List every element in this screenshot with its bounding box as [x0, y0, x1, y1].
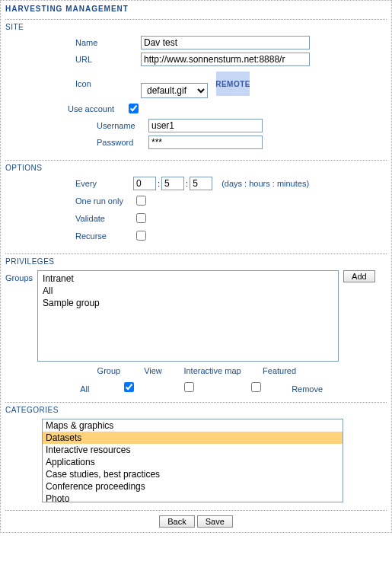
list-item[interactable]: Maps & graphics [43, 419, 343, 432]
privileges-header: Group View Interactive map Featured [5, 366, 387, 375]
icon-label: Icon [75, 79, 141, 88]
recurse-checkbox[interactable] [136, 231, 146, 241]
every-hours-input[interactable] [161, 177, 184, 190]
groups-label: Groups [5, 270, 33, 282]
icon-preview: REMOTE [216, 72, 250, 96]
priv-map-checkbox[interactable] [184, 382, 194, 392]
page-title: HARVESTING MANAGEMENT [5, 3, 387, 19]
name-label: Name [75, 38, 141, 47]
icon-select[interactable]: default.gif [141, 83, 208, 98]
save-button[interactable]: Save [197, 515, 233, 528]
username-label: Username [97, 121, 148, 130]
priv-view-checkbox[interactable] [124, 382, 134, 392]
priv-remove-link[interactable]: Remove [285, 384, 330, 394]
use-account-checkbox[interactable] [129, 104, 139, 113]
list-item[interactable]: Interactive resources [43, 444, 343, 456]
col-map: Interactive map [174, 366, 250, 375]
section-privileges-label: PRIVILEGES [5, 257, 387, 266]
priv-featured-checkbox[interactable] [251, 382, 261, 392]
password-input[interactable] [148, 136, 263, 149]
validate-label: Validate [75, 214, 133, 223]
list-item[interactable]: Intranet [40, 273, 336, 285]
url-input[interactable] [141, 53, 310, 66]
list-item[interactable]: Sample group [40, 297, 336, 309]
section-privileges: PRIVILEGES Groups IntranetAllSample grou… [5, 254, 387, 402]
privileges-row-all: All Remove [5, 380, 387, 394]
list-item[interactable]: Conference proceedings [43, 480, 343, 493]
url-label: URL [75, 55, 141, 64]
priv-row-group: All [62, 384, 107, 394]
name-input[interactable] [141, 36, 310, 49]
use-account-label: Use account [68, 104, 126, 113]
every-days-input[interactable] [133, 177, 156, 190]
section-categories: CATEGORIES Maps & graphicsDatasetsIntera… [5, 402, 387, 510]
list-item[interactable]: Datasets [43, 432, 343, 444]
add-button[interactable]: Add [343, 270, 375, 282]
back-button[interactable]: Back [159, 515, 194, 528]
col-view: View [134, 366, 172, 375]
every-minutes-input[interactable] [190, 177, 212, 190]
list-item[interactable]: Photo [43, 493, 343, 502]
categories-listbox[interactable]: Maps & graphicsDatasetsInteractive resou… [42, 419, 343, 502]
list-item[interactable]: All [40, 285, 336, 297]
section-categories-label: CATEGORIES [5, 406, 387, 414]
section-options-label: OPTIONS [5, 164, 387, 172]
one-run-checkbox[interactable] [136, 196, 146, 206]
section-options: OPTIONS Every : : (days : hours : minute… [5, 160, 387, 254]
username-input[interactable] [148, 119, 263, 132]
password-label: Password [97, 138, 148, 147]
groups-listbox[interactable]: IntranetAllSample group [37, 270, 339, 362]
section-site: SITE Name URL Icon default.gif REMOTE [5, 19, 387, 160]
bottom-bar: Back Save [5, 510, 387, 528]
one-run-label: One run only [75, 196, 133, 206]
col-group: Group [86, 366, 132, 375]
every-label: Every [75, 179, 133, 188]
every-format-hint: (days : hours : minutes) [221, 179, 309, 188]
col-featured: Featured [253, 366, 306, 375]
validate-checkbox[interactable] [136, 213, 146, 223]
recurse-label: Recurse [75, 231, 133, 241]
section-site-label: SITE [5, 23, 387, 31]
list-item[interactable]: Applications [43, 456, 343, 468]
list-item[interactable]: Case studies, best practices [43, 468, 343, 480]
